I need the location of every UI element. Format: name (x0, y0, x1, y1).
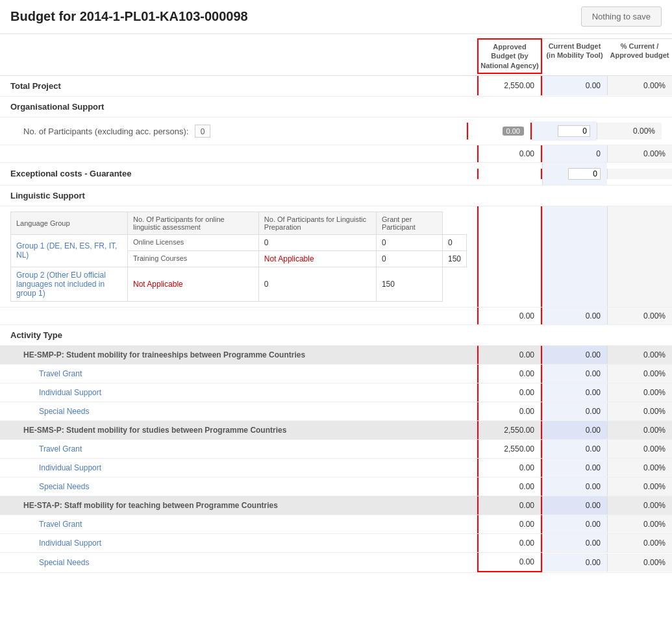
page-title: Budget for 2014-1-PL01-KA103-000098 (10, 9, 248, 24)
ling-sum-approved: 0.00 (477, 308, 542, 324)
stap-travel-percent: 0.00% (607, 515, 672, 533)
smsp-special-percent: 0.00% (607, 478, 672, 496)
smsp-individual-current: 0.00 (542, 459, 607, 477)
ling-right-percent (607, 206, 672, 307)
smsp-individual: Individual Support 0.00 0.00 0.00% (0, 459, 672, 478)
smsp-travel-current: 0.00 (542, 440, 607, 458)
ling-group2-row: Group 2 (Other EU official languages not… (11, 267, 467, 301)
smpp-approved: 0.00 (477, 346, 542, 364)
ling-g2-grant: 150 (376, 267, 442, 301)
approved-col-header: Approved Budget (by National Agency) (477, 38, 542, 74)
ling-online-type: Online Licenses (128, 234, 259, 250)
smsp-travel-label: Travel Grant (0, 440, 477, 458)
org-current-val: 0 (542, 145, 607, 162)
stap-special-label: Special Needs (0, 553, 477, 572)
activity-group-smpp: HE-SMP-P: Student mobility for traineesh… (0, 346, 672, 365)
page-header: Budget for 2014-1-PL01-KA103-000098 Noth… (0, 0, 672, 34)
smpp-travel-approved: 0.00 (477, 365, 542, 383)
smpp-current: 0.00 (542, 346, 607, 364)
total-percent: 0.00% (607, 76, 672, 95)
ling-g1-training-grant: 150 (442, 250, 466, 267)
activity-type-label: Activity Type (0, 325, 672, 346)
smpp-percent: 0.00% (607, 346, 672, 364)
smsp-special: Special Needs 0.00 0.00 0.00% (0, 478, 672, 496)
smsp-special-approved: 0.00 (477, 478, 542, 496)
org-percent-val: 0.00% (607, 145, 672, 162)
ling-col-grant: Grant per Participant (376, 212, 442, 234)
org-values-row: 0.00 0 0.00% (0, 145, 672, 163)
smsp-approved: 2,550.00 (477, 421, 542, 439)
total-current: 0.00 (542, 76, 607, 95)
ling-g1-online-grant: 0 (442, 234, 466, 250)
smpp-special-percent: 0.00% (607, 402, 672, 420)
linguistic-label: Linguistic Support (0, 186, 672, 206)
stap-special: Special Needs 0.00 0.00 0.00% (0, 553, 672, 573)
smsp-individual-percent: 0.00% (607, 459, 672, 477)
exceptional-current-input[interactable] (568, 168, 601, 180)
ling-g1-online-prep: 0 (376, 234, 442, 250)
stap-special-approved: 0.00 (477, 553, 542, 572)
exceptional-approved-col (477, 169, 542, 179)
smsp-special-label: Special Needs (0, 478, 477, 496)
stap-travel: Travel Grant 0.00 0.00 0.00% (0, 515, 672, 534)
stap-individual-current: 0.00 (542, 534, 607, 552)
activity-type-section: Activity Type HE-SMP-P: Student mobility… (0, 325, 672, 573)
percent-col-header: % Current / Approved budget (607, 38, 672, 74)
smpp-individual-current: 0.00 (542, 383, 607, 402)
ling-group2-name: Group 2 (Other EU official languages not… (11, 267, 128, 301)
smsp-travel-approved: 2,550.00 (477, 440, 542, 458)
ling-g1-training-prep: 0 (376, 250, 442, 267)
current-col-header: Current Budget (in Mobility Tool) (542, 38, 607, 74)
content: Approved Budget (by National Agency) Cur… (0, 34, 672, 573)
smpp-label: HE-SMP-P: Student mobility for traineesh… (0, 346, 477, 364)
participants-label: No. of Participants (excluding acc. pers… (23, 125, 210, 138)
smsp-special-current: 0.00 (542, 478, 607, 496)
smpp-special: Special Needs 0.00 0.00 0.00% (0, 402, 672, 421)
org-current-input[interactable] (558, 125, 590, 137)
stap-special-percent: 0.00% (607, 553, 672, 572)
stap-current: 0.00 (542, 496, 607, 515)
smsp-current: 0.00 (542, 421, 607, 439)
ling-group1-online: Group 1 (DE, EN, ES, FR, IT, NL) Online … (11, 234, 467, 250)
org-badge: 0.00 (503, 127, 524, 136)
smpp-individual-label: Individual Support (0, 383, 477, 402)
smsp-label: HE-SMS-P: Student mobility for studies b… (0, 421, 477, 439)
exceptional-row: Exceptional costs - Guarantee (0, 163, 672, 186)
stap-label: HE-STA-P: Staff mobility for teaching be… (0, 496, 477, 515)
activity-group-stap: HE-STA-P: Staff mobility for teaching be… (0, 496, 672, 515)
smpp-travel-label: Travel Grant (0, 365, 477, 383)
smpp-special-current: 0.00 (542, 402, 607, 420)
save-button[interactable]: Nothing to save (581, 6, 662, 27)
ling-g1-online-participants: 0 (258, 234, 376, 250)
activity-group-smsp: HE-SMS-P: Student mobility for studies b… (0, 421, 672, 440)
ling-col-language: Language Group (11, 212, 128, 234)
ling-col-online: No. Of Participants for online linguisti… (128, 212, 259, 234)
ling-sum-current: 0.00 (542, 308, 607, 324)
stap-travel-approved: 0.00 (477, 515, 542, 533)
ling-training-type: Training Courses (128, 250, 259, 267)
ling-col-prep: No. Of Participants for Linguistic Prepa… (258, 212, 376, 234)
ling-sum-percent: 0.00% (607, 308, 672, 324)
org-percent: 0.00% (597, 123, 662, 139)
total-project-label: Total Project (0, 76, 477, 96)
smpp-individual-approved: 0.00 (477, 383, 542, 402)
stap-individual: Individual Support 0.00 0.00 0.00% (0, 534, 672, 553)
participants-value[interactable]: 0 (195, 125, 210, 138)
org-approved-col: 0.00 (467, 123, 532, 139)
smpp-special-label: Special Needs (0, 402, 477, 420)
smsp-individual-approved: 0.00 (477, 459, 542, 477)
org-current (532, 121, 597, 141)
stap-individual-percent: 0.00% (607, 534, 672, 552)
stap-travel-label: Travel Grant (0, 515, 477, 533)
smpp-travel-percent: 0.00% (607, 365, 672, 383)
ling-summary-row: 0.00 0.00 0.00% (0, 308, 672, 325)
smsp-travel: Travel Grant 2,550.00 0.00 0.00% (0, 440, 672, 459)
ling-g2-type: Not Applicable (128, 267, 259, 301)
stap-travel-current: 0.00 (542, 515, 607, 533)
total-project-row: Total Project 2,550.00 0.00 0.00% (0, 76, 672, 97)
smpp-travel-current: 0.00 (542, 365, 607, 383)
stap-individual-approved: 0.00 (477, 534, 542, 552)
stap-special-current: 0.00 (542, 553, 607, 572)
ling-g2-prep: 0 (258, 267, 376, 301)
smsp-individual-label: Individual Support (0, 459, 477, 477)
